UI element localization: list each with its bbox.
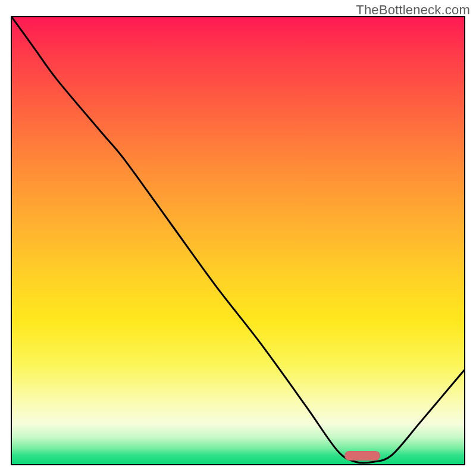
bottleneck-curve — [12, 17, 464, 464]
plot-frame — [11, 16, 465, 465]
optimal-range-marker — [345, 451, 381, 461]
watermark-text: TheBottleneck.com — [356, 2, 470, 18]
chart-container: TheBottleneck.com — [0, 0, 476, 476]
